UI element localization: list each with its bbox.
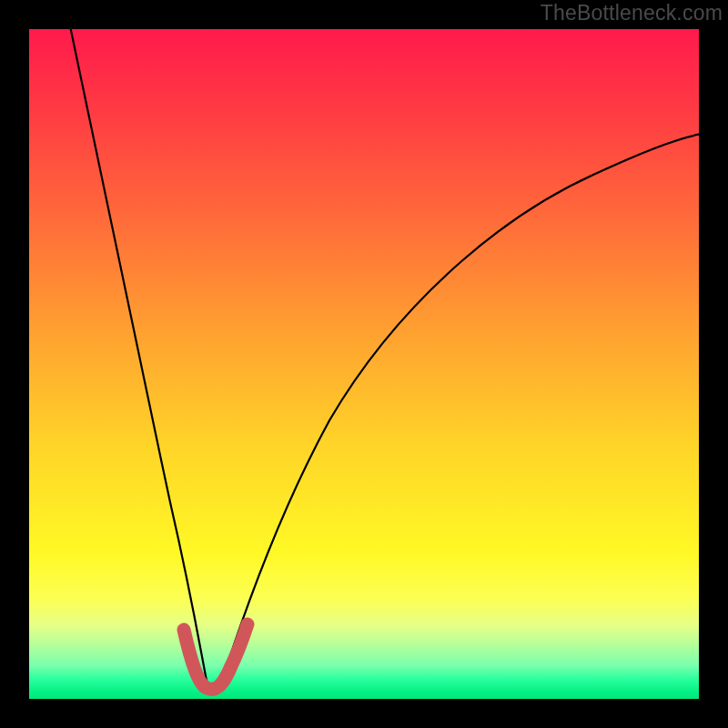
chart-frame: TheBottleneck.com <box>0 0 728 728</box>
highlight-curve <box>184 624 248 689</box>
plot-area <box>29 29 699 699</box>
watermark-text: TheBottleneck.com <box>541 0 723 25</box>
bottleneck-curve <box>69 29 699 688</box>
bottleneck-curve-svg <box>29 29 699 699</box>
